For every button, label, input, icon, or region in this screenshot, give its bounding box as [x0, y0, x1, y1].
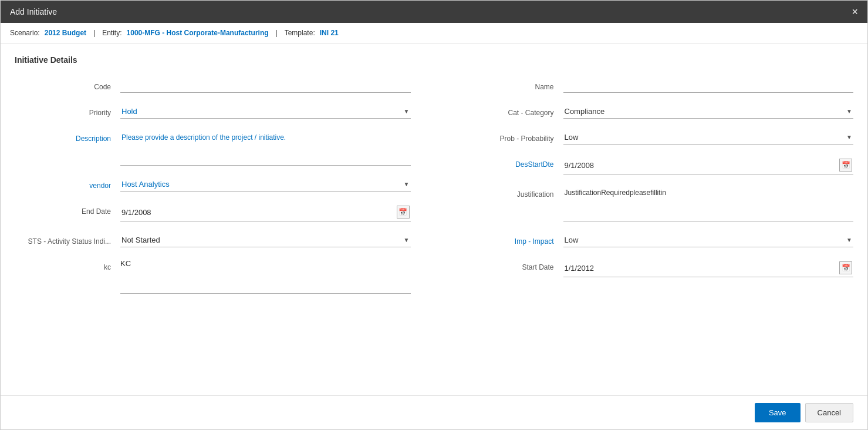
description-label: Description	[15, 130, 120, 144]
section-title: Initiative Details	[15, 55, 853, 65]
entity-value: 1000-MFG - Host Corporate-Manufacturing	[127, 29, 269, 37]
vendor-row: vendor Host Analytics ▼	[15, 177, 411, 192]
justification-control: JustificationRequiredpleasefillitin	[563, 186, 854, 221]
sts-label: STS - Activity Status Indi...	[15, 233, 120, 247]
justification-textarea[interactable]: JustificationRequiredpleasefillitin	[563, 186, 854, 221]
category-label: Cat - Category	[458, 105, 563, 118]
template-value: INI 21	[320, 29, 339, 37]
modal-title: Add Initiative	[10, 7, 57, 16]
probability-row: Prob - Probability Low ▼	[458, 130, 854, 145]
kc-textarea[interactable]	[120, 270, 411, 294]
modal-subheader: Scenario: 2012 Budget | Entity: 1000-MFG…	[1, 23, 867, 43]
end-date-calendar-icon[interactable]: 📅	[397, 206, 410, 219]
justification-label: Justification	[458, 186, 563, 200]
code-control	[120, 79, 411, 93]
category-dropdown-arrow: ▼	[846, 108, 852, 115]
name-label: Name	[458, 79, 563, 92]
category-row: Cat - Category Compliance ▼	[458, 105, 854, 119]
modal-footer: Save Cancel	[1, 395, 867, 429]
separator-1: |	[93, 29, 95, 37]
entity-label: Entity:	[102, 29, 121, 37]
start-date-calendar-icon[interactable]: 📅	[839, 261, 852, 274]
priority-label: Priority	[15, 105, 120, 118]
template-label: Template:	[285, 29, 315, 37]
priority-control: Hold ▼	[120, 105, 411, 119]
close-button[interactable]: ×	[852, 6, 858, 17]
description-control: Please provide a description of the proj…	[120, 130, 411, 166]
des-start-label: DesStartDte	[458, 156, 563, 170]
separator-2: |	[276, 29, 278, 37]
probability-value: Low	[565, 133, 845, 142]
save-button[interactable]: Save	[755, 403, 801, 422]
kc-value: KC	[120, 259, 411, 268]
priority-row: Priority Hold ▼	[15, 105, 411, 119]
justification-row: Justification JustificationRequiredpleas…	[458, 186, 854, 221]
name-input[interactable]	[563, 79, 854, 93]
code-row: Code	[15, 79, 411, 93]
sts-dropdown-arrow: ▼	[404, 237, 410, 243]
kc-label: kc	[15, 259, 120, 273]
start-date-value: 1/1/2012	[565, 264, 840, 273]
start-date-row: Start Date 1/1/2012 📅	[458, 259, 854, 277]
impact-row: Imp - Impact Low ▼	[458, 233, 854, 247]
start-date-control: 1/1/2012 📅	[563, 259, 854, 277]
category-select[interactable]: Compliance ▼	[563, 105, 854, 119]
description-textarea[interactable]: Please provide a description of the proj…	[120, 130, 411, 166]
modal-header: Add Initiative ×	[1, 1, 867, 23]
end-date-control: 9/1/2008 📅	[120, 203, 411, 221]
modal-body: Initiative Details Code Priority Hold	[1, 43, 867, 395]
code-label: Code	[15, 79, 120, 92]
impact-select[interactable]: Low ▼	[563, 233, 854, 247]
end-date-wrap: 9/1/2008 📅	[120, 203, 411, 221]
modal-container: Add Initiative × Scenario: 2012 Budget |…	[0, 0, 868, 430]
right-column: Name Cat - Category Compliance ▼	[458, 79, 854, 305]
justification-wrap: JustificationRequiredpleasefillitin	[563, 186, 854, 221]
sts-value: Not Started	[121, 236, 401, 244]
form-grid: Code Priority Hold ▼	[15, 79, 853, 305]
probability-dropdown-arrow: ▼	[846, 134, 852, 140]
sts-control: Not Started ▼	[120, 233, 411, 247]
probability-select[interactable]: Low ▼	[563, 130, 854, 145]
des-start-date-wrap: 9/1/2008 📅	[563, 156, 854, 174]
priority-dropdown-arrow: ▼	[404, 108, 410, 115]
kc-control: KC	[120, 259, 411, 294]
sts-row: STS - Activity Status Indi... Not Starte…	[15, 233, 411, 247]
end-date-label: End Date	[15, 203, 120, 217]
des-start-row: DesStartDte 9/1/2008 📅	[458, 156, 854, 174]
name-row: Name	[458, 79, 854, 93]
probability-control: Low ▼	[563, 130, 854, 145]
vendor-select[interactable]: Host Analytics ▼	[120, 177, 411, 192]
vendor-value: Host Analytics	[121, 180, 401, 189]
left-column: Code Priority Hold ▼	[15, 79, 411, 305]
code-input[interactable]	[120, 79, 411, 93]
vendor-dropdown-arrow: ▼	[404, 181, 410, 187]
priority-select[interactable]: Hold ▼	[120, 105, 411, 119]
kc-wrap: KC	[120, 259, 411, 294]
sts-select[interactable]: Not Started ▼	[120, 233, 411, 247]
des-start-control: 9/1/2008 📅	[563, 156, 854, 174]
start-date-label: Start Date	[458, 259, 563, 273]
des-start-calendar-icon[interactable]: 📅	[839, 159, 852, 172]
cancel-button[interactable]: Cancel	[805, 403, 853, 422]
impact-control: Low ▼	[563, 233, 854, 247]
kc-row: kc KC	[15, 259, 411, 294]
impact-dropdown-arrow: ▼	[846, 237, 852, 243]
scenario-label: Scenario:	[10, 29, 40, 37]
category-value: Compliance	[565, 107, 845, 116]
category-control: Compliance ▼	[563, 105, 854, 119]
impact-label: Imp - Impact	[458, 233, 563, 247]
description-row: Description Please provide a description…	[15, 130, 411, 166]
impact-value: Low	[565, 236, 845, 244]
vendor-control: Host Analytics ▼	[120, 177, 411, 192]
name-control	[563, 79, 854, 93]
probability-label: Prob - Probability	[458, 130, 563, 144]
vendor-label: vendor	[15, 177, 120, 191]
end-date-value: 9/1/2008	[121, 208, 397, 217]
start-date-wrap: 1/1/2012 📅	[563, 259, 854, 277]
priority-value: Hold	[121, 107, 401, 116]
des-start-date-value: 9/1/2008	[565, 161, 840, 170]
scenario-value: 2012 Budget	[45, 29, 86, 37]
end-date-row: End Date 9/1/2008 📅	[15, 203, 411, 221]
